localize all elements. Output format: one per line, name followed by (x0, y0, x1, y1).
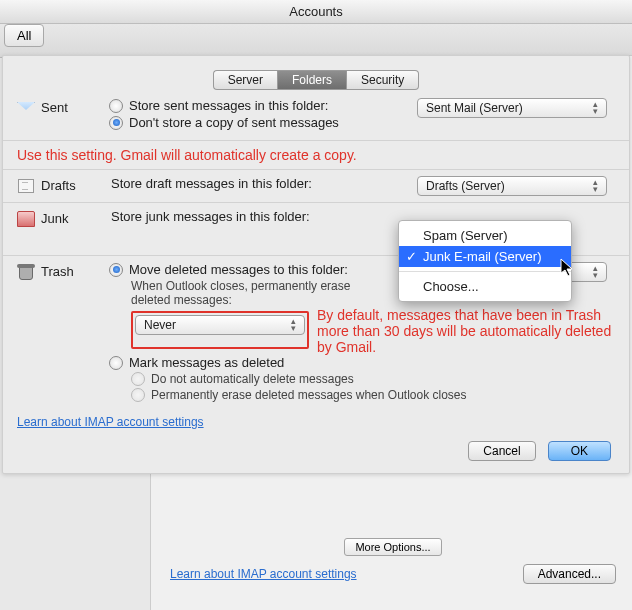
radio-dont-store-sent[interactable] (109, 116, 123, 130)
section-drafts: Drafts Store draft messages in this fold… (3, 169, 629, 203)
select-drafts-folder[interactable]: Drafts (Server) ▴▾ (417, 176, 607, 196)
trash-timing-value: Never (144, 318, 176, 332)
chevron-updown-icon: ▴▾ (291, 318, 296, 332)
more-options-button[interactable]: More Options... (344, 538, 441, 556)
label-trash: Trash (41, 264, 74, 279)
dialog-buttons: Cancel OK (3, 431, 629, 465)
label-drafts: Drafts (41, 178, 76, 193)
text-store-sent: Store sent messages in this folder: (129, 98, 328, 113)
text-mark-deleted: Mark messages as deleted (129, 355, 284, 370)
radio-move-deleted[interactable] (109, 263, 123, 277)
ok-button[interactable]: OK (548, 441, 611, 461)
dropdown-item-choose[interactable]: Choose... (399, 276, 571, 297)
advanced-button[interactable]: Advanced... (523, 564, 616, 584)
text-no-autodelete: Do not automatically delete messages (151, 372, 354, 386)
link-learn-imap[interactable]: Learn about IMAP account settings (17, 415, 204, 429)
cancel-button[interactable]: Cancel (468, 441, 535, 461)
text-trash-sub: When Outlook closes, permanently erase d… (131, 279, 381, 307)
text-move-deleted: Move deleted messages to this folder: (129, 262, 348, 277)
window-title: Accounts (0, 0, 632, 24)
chevron-updown-icon: ▴▾ (593, 265, 598, 279)
radio-store-sent[interactable] (109, 99, 123, 113)
junk-icon (17, 211, 35, 227)
annotation-sent: Use this setting. Gmail will automatical… (3, 141, 629, 169)
background-settings: More Options... Learn about IMAP account… (160, 534, 626, 588)
chevron-updown-icon: ▴▾ (593, 179, 598, 193)
tab-security[interactable]: Security (347, 70, 419, 90)
radio-mark-deleted[interactable] (109, 356, 123, 370)
dropdown-separator (399, 271, 571, 272)
tab-server[interactable]: Server (213, 70, 277, 90)
chevron-updown-icon: ▴▾ (593, 101, 598, 115)
annotation-trash: By default, messages that have been in T… (309, 307, 615, 355)
text-drafts: Store draft messages in this folder: (111, 176, 312, 191)
drafts-icon (17, 178, 35, 194)
all-button[interactable]: All (4, 24, 44, 47)
section-sent: Sent Store sent messages in this folder:… (3, 92, 629, 141)
radio-erase-on-close[interactable] (131, 388, 145, 402)
label-junk: Junk (41, 211, 68, 226)
sent-folder-value: Sent Mail (Server) (426, 101, 523, 115)
junk-folder-dropdown: Spam (Server) Junk E-mail (Server) Choos… (398, 220, 572, 302)
tab-bar: Server Folders Security (3, 56, 629, 92)
dropdown-item-spam[interactable]: Spam (Server) (399, 225, 571, 246)
text-erase-on-close: Permanently erase deleted messages when … (151, 388, 467, 402)
toolbar: All (0, 24, 632, 58)
dropdown-item-junk[interactable]: Junk E-mail (Server) (399, 246, 571, 267)
radio-no-autodelete[interactable] (131, 372, 145, 386)
trash-icon (17, 264, 35, 280)
tab-folders[interactable]: Folders (277, 70, 347, 90)
text-dont-store-sent: Don't store a copy of sent messages (129, 115, 339, 130)
sent-icon (17, 100, 35, 116)
select-trash-timing[interactable]: Never ▴▾ (135, 315, 305, 335)
drafts-folder-value: Drafts (Server) (426, 179, 505, 193)
select-sent-folder[interactable]: Sent Mail (Server) ▴▾ (417, 98, 607, 118)
link-learn-imap-bg[interactable]: Learn about IMAP account settings (170, 567, 357, 581)
label-sent: Sent (41, 100, 68, 115)
text-junk: Store junk messages in this folder: (111, 209, 310, 224)
